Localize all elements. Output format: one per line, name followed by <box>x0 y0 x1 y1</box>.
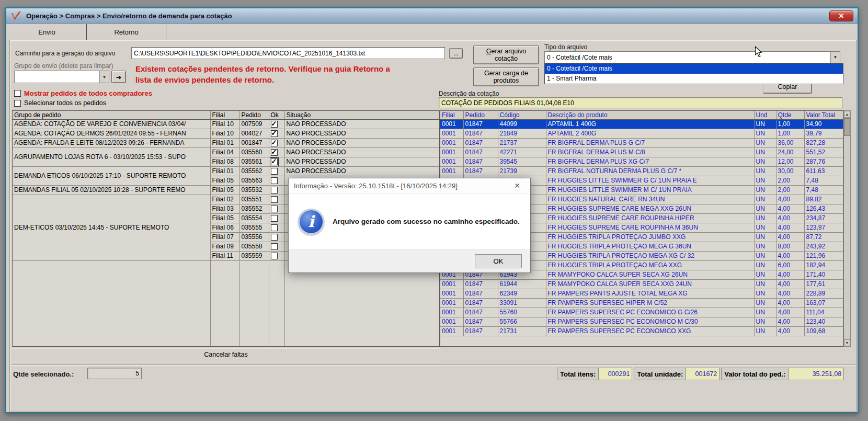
gerar-arquivo-cotacao-button[interactable]: Gerar arquivo cotação <box>473 45 539 64</box>
item-row[interactable]: 00010184762349FR PAMPERS PANTS AJUSTE TO… <box>440 289 843 298</box>
gerar-carga-produtos-button[interactable]: Gerar carga de produtos <box>473 67 539 86</box>
tab-envio[interactable]: Envio <box>7 24 87 40</box>
dropdown-option[interactable]: 1 - Smart Pharma <box>545 74 843 84</box>
item-row[interactable]: 00010184733091FR PAMPERS SUPERSEC HIPER … <box>440 298 843 308</box>
row-checkbox-icon[interactable] <box>271 168 278 175</box>
ok-cell[interactable] <box>269 242 284 251</box>
row-checkbox-icon[interactable] <box>271 140 278 146</box>
pedido-row[interactable]: AGRUPAMENTO LOJAS ROTA 6 - 03/10/2025 15… <box>13 147 439 157</box>
item-row[interactable]: 00010184721737FR BIGFRAL DERMA PLUS G C/… <box>440 138 843 147</box>
pedido-row[interactable]: AGENDA: COTAÇÃO DE VAREJO E CONVENIENCIA… <box>13 119 439 129</box>
row-checkbox-icon[interactable] <box>271 253 278 259</box>
item-row[interactable]: 00010184739545FR BIGFRAL DERMA PLUS XG C… <box>440 157 843 166</box>
footer-divider <box>11 365 856 366</box>
row-checkbox-icon[interactable] <box>271 196 278 203</box>
dropdown-option[interactable]: 0 - Cotefácil /Cote mais <box>545 64 843 74</box>
filial-cell: Filial 01 <box>210 138 239 147</box>
situacao-cell: NAO PROCESSADO <box>284 147 439 157</box>
ok-cell[interactable] <box>269 204 284 213</box>
itens-table-scrollbar[interactable]: ▲ ▼ <box>843 110 851 347</box>
tab-retorno[interactable]: Retorno <box>87 24 166 40</box>
window-close-button[interactable]: ✕ <box>829 10 853 21</box>
row-checkbox-icon[interactable] <box>271 215 278 222</box>
column-header[interactable]: Pedido <box>239 111 269 119</box>
qtde-selecionado-input[interactable] <box>87 368 142 379</box>
warning-line-1: Existem cotações pendentes de retorno. V… <box>135 63 390 74</box>
ok-cell[interactable] <box>269 147 284 157</box>
pedido-row[interactable]: DEMANDA ETICOS 06/10/2025 17:10 - SUPORT… <box>13 166 439 176</box>
ok-cell[interactable] <box>269 195 284 204</box>
column-header[interactable]: Descrição do produto <box>546 111 754 119</box>
column-header[interactable]: Grupo de pedido <box>13 111 210 119</box>
descricao-produto-cell: FR HUGGIES LITTLE SWIMMER G C/ 1UN PRAIA… <box>546 176 754 185</box>
dialog-close-icon[interactable]: ✕ <box>509 178 525 193</box>
item-row[interactable]: 00010184755760FR PAMPERS SUPERSEC PC ECO… <box>440 308 843 317</box>
codigo-cell: 39545 <box>498 157 546 166</box>
item-row[interactable]: 00010184721731FR PAMPERS SUPERSEC PC ECO… <box>440 326 843 336</box>
column-header[interactable]: Situação <box>284 111 439 119</box>
ok-cell[interactable] <box>269 232 284 242</box>
row-checkbox-icon[interactable] <box>271 187 278 194</box>
mostrar-pedidos-checkbox[interactable]: Mostrar pedidos de todos compradores <box>14 89 152 97</box>
row-checkbox-icon[interactable] <box>271 234 278 241</box>
column-header[interactable]: Filial <box>210 111 239 119</box>
filial-cell: Filial 03 <box>210 204 239 213</box>
valor-total-pedido: Valor total do ped.: 35.251,08 <box>721 368 844 380</box>
row-checkbox-icon[interactable] <box>271 121 278 128</box>
item-row[interactable]: 00010184721739FR BIGFRAL NOTURNA DERMA P… <box>440 166 843 176</box>
ok-cell[interactable] <box>269 185 284 195</box>
ok-cell[interactable] <box>269 176 284 185</box>
browse-button[interactable]: ... <box>449 48 463 59</box>
item-row[interactable]: 00010184742271FR BIGFRAL DERMA PLUS M C/… <box>440 147 843 157</box>
checkbox-icon[interactable] <box>14 90 21 97</box>
item-row[interactable]: 00010184761944FR MAMYPOKO CALCA SUPER SE… <box>440 279 843 289</box>
caminho-input[interactable] <box>131 47 445 59</box>
scroll-down-icon[interactable]: ▼ <box>844 339 850 346</box>
chevron-down-icon[interactable]: ▼ <box>830 52 840 63</box>
info-icon: i <box>298 209 324 235</box>
descricao-cotacao-field[interactable]: COTAÇÃO DE PEDIDOS FILIAIS 01,04,08 E10 <box>439 97 842 108</box>
row-checkbox-icon[interactable] <box>271 158 278 165</box>
row-checkbox-icon[interactable] <box>271 243 278 250</box>
row-checkbox-icon[interactable] <box>271 224 278 231</box>
tipo-arquivo-combobox[interactable]: 0 - Cotefácil /Cote mais ▼ <box>544 51 840 63</box>
ok-cell[interactable] <box>269 166 284 176</box>
ok-cell[interactable] <box>269 138 284 147</box>
checkbox-icon[interactable] <box>14 100 21 107</box>
column-header[interactable]: Ok <box>269 111 284 119</box>
column-header[interactable]: Pedido <box>463 111 498 119</box>
column-header[interactable]: Filial <box>440 111 463 119</box>
cancelar-faltas-button[interactable]: Cancelar faltas <box>12 348 440 361</box>
enviar-grupo-button[interactable]: ➔ <box>111 71 126 83</box>
item-row[interactable]: 00010184755766FR PAMPERS SUPERSEC PC ECO… <box>440 317 843 326</box>
ok-cell[interactable] <box>269 119 284 129</box>
grupo-envio-combobox[interactable]: ▼ <box>14 71 109 83</box>
item-row[interactable]: 00010184744099APTAMIL 1 400GUN1,0034,90 <box>440 119 843 129</box>
item-row[interactable]: 00010184721849APTAMIL 2 400GUN1,0039,79 <box>440 129 843 138</box>
descricao-produto-cell: FR HUGGIES TRIPLA PROTEÇAO MEGA XG C/ 32 <box>546 251 754 260</box>
column-header[interactable]: Und <box>754 111 776 119</box>
total-unidade: Total unidade: 001672 <box>634 368 719 380</box>
column-header[interactable]: Qtde <box>776 111 804 119</box>
pedido-cell: 035563 <box>239 176 269 185</box>
ok-cell[interactable] <box>269 213 284 223</box>
pedido-row[interactable]: AGENDA: COTAÇÃO DERMOS 26/01/2024 09:55 … <box>13 129 439 138</box>
pedido-row[interactable]: AGENDA: FRALDA E LEITE 08/12/2023 09:26 … <box>13 138 439 147</box>
pending-returns-warning: Existem cotações pendentes de retorno. V… <box>135 63 390 85</box>
descricao-produto-cell: FR BIGFRAL DERMA PLUS M C/8 <box>546 147 754 157</box>
column-header[interactable]: Valor Total <box>804 111 843 119</box>
chevron-down-icon[interactable]: ▼ <box>99 71 109 83</box>
row-checkbox-icon[interactable] <box>271 130 278 137</box>
ok-cell[interactable] <box>269 251 284 260</box>
row-checkbox-icon[interactable] <box>271 206 278 212</box>
row-checkbox-icon[interactable] <box>271 177 278 184</box>
column-header[interactable]: Código <box>498 111 546 119</box>
ok-button[interactable]: OK <box>475 254 522 268</box>
ok-cell[interactable] <box>269 129 284 138</box>
ok-cell[interactable] <box>269 157 284 166</box>
row-checkbox-icon[interactable] <box>271 149 278 156</box>
selecionar-todos-checkbox[interactable]: Selecionar todos os pedidos <box>14 99 106 107</box>
scrollbar-thumb[interactable] <box>844 118 850 136</box>
ok-cell[interactable] <box>269 223 284 232</box>
scroll-up-icon[interactable]: ▲ <box>844 111 850 118</box>
